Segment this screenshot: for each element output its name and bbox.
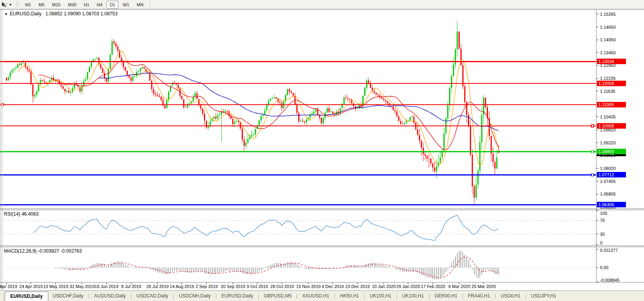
date-axis-label: 19 Jun 2019 bbox=[95, 284, 119, 289]
timeframe-toolbar: ▼ M1M5M15M30H1H4D1W1MN bbox=[0, 0, 644, 9]
hline-price-label: 1.12004 bbox=[597, 81, 626, 86]
date-axis-label: 8 Jul 2019 bbox=[121, 284, 141, 289]
hline-price-label: 1.08800 bbox=[597, 149, 626, 154]
timeframe-button-h4[interactable]: H4 bbox=[94, 1, 105, 9]
chart-tab[interactable]: EURUSD,Daily bbox=[217, 292, 258, 301]
chart-symbol-ohlc-line: ▼EURUSD,Daily1.08852 1.09090 1.08703 1.0… bbox=[4, 11, 117, 17]
date-axis-label: 23 Dec 2019 bbox=[345, 284, 370, 289]
rsi-line bbox=[33, 215, 499, 241]
ohlc-values: 1.08852 1.09090 1.08703 1.08753 bbox=[46, 11, 118, 17]
toolbar-grip[interactable] bbox=[16, 2, 19, 7]
date-axis-label: 31 May 2019 bbox=[70, 284, 95, 289]
date-axis-label: 26 Jul 2019 bbox=[147, 284, 169, 289]
rsi-axis-tick: 70 bbox=[600, 218, 605, 223]
chart-canvas[interactable] bbox=[0, 0, 644, 301]
chart-tab[interactable]: UK100,H1 bbox=[365, 292, 396, 301]
dropdown-caret-icon[interactable]: ▼ bbox=[9, 3, 12, 7]
hline-price-label: 1.13034 bbox=[597, 59, 626, 64]
price-axis-tick: 1.08020 bbox=[600, 166, 616, 171]
price-axis-tick: 1.15265 bbox=[600, 12, 616, 17]
date-axis-label: 15 Nov 2019 bbox=[296, 284, 321, 289]
timeframe-button-m30[interactable]: M30 bbox=[65, 1, 79, 9]
chart-tab[interactable]: GER30,H1 bbox=[430, 292, 462, 301]
collapse-icon[interactable]: ▼ bbox=[4, 12, 8, 16]
price-axis-tick: 1.14650 bbox=[600, 25, 616, 30]
macd-axis-tick: 0.011277 bbox=[600, 248, 618, 253]
date-axis-label: 2 Sep 2019 bbox=[196, 284, 218, 289]
price-axis-tick: 1.14050 bbox=[600, 37, 616, 42]
rsi-axis-tick: 100 bbox=[600, 211, 607, 216]
date-axis-label: 20 Sep 2019 bbox=[221, 284, 245, 289]
date-axis-label: 17 Feb 2020 bbox=[421, 284, 445, 289]
chart-tab[interactable]: USDCHF,Daily bbox=[48, 292, 88, 301]
chart-tab[interactable]: HK50,H1 bbox=[336, 292, 363, 301]
date-axis-label: 4 Dec 2019 bbox=[322, 284, 344, 289]
chart-tab[interactable]: GBPUSD,M5 bbox=[259, 292, 296, 301]
hline-price-label: 1.07712 bbox=[597, 172, 626, 177]
date-axis-label: 28 Oct 2019 bbox=[270, 284, 294, 289]
chart-tab[interactable]: USDCNH,Daily bbox=[174, 292, 215, 301]
chart-tab[interactable]: USOil,H1 bbox=[496, 292, 525, 301]
hline-price-label: 1.11009 bbox=[597, 102, 626, 107]
price-axis-tick: 1.07405 bbox=[600, 179, 616, 184]
chart-tab[interactable]: AUDUSD,Daily bbox=[90, 292, 130, 301]
date-axis-label: 5 Apr 2019 bbox=[0, 284, 17, 289]
date-axis-label: 10 Jan 2020 bbox=[372, 284, 396, 289]
hline-price-label: 1.10008 bbox=[597, 123, 626, 129]
rsi-indicator-label: RSI(14) 46.4063 bbox=[4, 211, 39, 217]
price-axis-tick: 1.09220 bbox=[600, 140, 616, 145]
chart-tab[interactable]: USDJPY,H1 bbox=[527, 292, 560, 301]
rsi-axis-tick: 30 bbox=[600, 232, 605, 236]
date-axis-label: 6 Mar 2020 bbox=[448, 284, 470, 289]
chart-tab[interactable]: FRA40,H1 bbox=[464, 292, 494, 301]
horizontal-level-lines[interactable] bbox=[0, 61, 596, 205]
chart-tab[interactable]: USDCAD,Daily bbox=[132, 292, 172, 301]
chart-tab[interactable]: XAUUSD,H1 bbox=[298, 292, 334, 301]
price-axis-tick: 1.13450 bbox=[600, 50, 616, 55]
hline-price-label: 1.06306 bbox=[597, 202, 626, 207]
chart-tabs: EURUSD,DailyUSDCHF,Daily|AUDUSD,Daily|US… bbox=[5, 291, 561, 301]
timeframe-button-m5[interactable]: M5 bbox=[35, 1, 48, 9]
mt4-terminal: ▼ M1M5M15M30H1H4D1W1MN ▼EURUSD,Daily1.08… bbox=[0, 0, 644, 301]
plot-gridlines bbox=[3, 220, 596, 268]
macd-indicator-label: MACD(12,26,9) -0.003827 -0.002763 bbox=[4, 248, 82, 254]
date-axis-label: 9 Oct 2019 bbox=[247, 284, 268, 289]
date-axis-label: 13 May 2019 bbox=[43, 284, 68, 289]
chart-tab-bar: EURUSD,DailyUSDCHF,Daily|AUDUSD,Daily|US… bbox=[0, 290, 644, 301]
timeframe-button-h1[interactable]: H1 bbox=[81, 1, 92, 9]
macd-axis-tick: 0.00 bbox=[600, 265, 608, 270]
timeframe-button-d1[interactable]: D1 bbox=[106, 1, 118, 9]
price-axis-tick: 1.06805 bbox=[600, 192, 616, 196]
date-axis-label: 24 Apr 2019 bbox=[19, 284, 42, 289]
timeframe-button-mn[interactable]: MN bbox=[134, 1, 147, 9]
date-axis-label: 14 Aug 2019 bbox=[170, 284, 194, 289]
panel-frame bbox=[0, 9, 644, 290]
macd-histogram bbox=[55, 251, 499, 279]
symbol-period-label: EURUSD,Daily bbox=[10, 11, 42, 17]
pointer-glyph bbox=[1, 2, 7, 8]
chart-tab[interactable]: UK100,H1 bbox=[398, 292, 428, 301]
chart-pointer-icon[interactable] bbox=[1, 2, 7, 8]
timeframe-button-w1[interactable]: W1 bbox=[119, 1, 132, 9]
price-axis-tick: 1.11635 bbox=[600, 89, 615, 94]
timeframe-button-m15[interactable]: M15 bbox=[49, 1, 63, 9]
rsi-axis-tick: 0 bbox=[600, 240, 602, 245]
price-axis-tick: 1.10435 bbox=[600, 114, 616, 119]
macd-axis-tick: -0.008845 bbox=[600, 278, 620, 283]
date-axis-label: 29 Jan 2020 bbox=[396, 284, 420, 289]
tab-bar-grip bbox=[0, 294, 4, 301]
chart-tab[interactable]: EURUSD,Daily bbox=[5, 292, 48, 301]
toolbar-separator bbox=[150, 1, 150, 8]
price-axis-tick: 1.12235 bbox=[600, 76, 616, 81]
date-axis-label: 25 Mar 2020 bbox=[472, 284, 496, 289]
timeframe-buttons: M1M5M15M30H1H4D1W1MN bbox=[22, 1, 148, 9]
timeframe-button-m1[interactable]: M1 bbox=[22, 1, 34, 9]
